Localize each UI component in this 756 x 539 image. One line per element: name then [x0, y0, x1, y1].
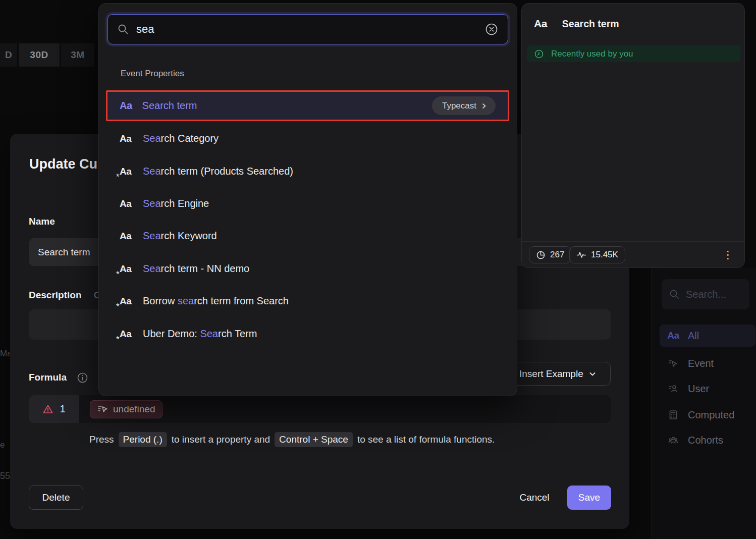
delete-button[interactable]: Delete	[29, 486, 83, 510]
sidebar-item-label: Computed	[688, 409, 734, 421]
chevron-right-icon	[480, 102, 488, 110]
formula-error-count: 1	[60, 403, 65, 415]
recently-used-label: Recently used by you	[551, 49, 633, 59]
result-row[interactable]: Aa* Borrow search term from Search	[106, 289, 509, 313]
event-volume-stat[interactable]: 15.45K	[569, 246, 625, 263]
result-label: Search term - NN demo	[143, 263, 249, 275]
event-icon	[668, 358, 679, 369]
kbd-control-space: Control + Space	[275, 432, 353, 447]
result-label: Search term (Products Searched)	[143, 166, 293, 177]
stat-value: 267	[550, 250, 564, 260]
custom-text-type-icon: Aa	[120, 166, 131, 177]
property-detail-title: Search term	[562, 18, 619, 30]
description-label: Description	[29, 290, 82, 301]
sidebar-search-input[interactable]	[662, 279, 749, 309]
result-row-search-term-highlighted[interactable]: Aa Search term Typecast	[106, 90, 509, 121]
divider	[522, 241, 744, 242]
helper-text: to see a list of formula functions.	[357, 434, 495, 445]
result-row[interactable]: Aa Search Category	[106, 126, 509, 150]
typecast-label: Typecast	[442, 101, 476, 111]
text-type-icon: Aa	[534, 18, 547, 30]
chart-axis-label-partial: e	[0, 440, 5, 450]
helper-text: to insert a property and	[172, 434, 270, 445]
text-type-icon: Aa	[120, 231, 131, 241]
section-header: Event Properties	[121, 69, 184, 79]
custom-text-type-icon: Aa	[120, 263, 131, 274]
result-label: Search Keyword	[143, 230, 217, 242]
app-canvas: D 30D 3M May e 55 Aa All Event User	[0, 0, 756, 539]
search-icon	[117, 23, 129, 35]
result-label: Search Engine	[143, 198, 209, 209]
custom-property-marker: *	[116, 302, 120, 312]
computed-icon	[668, 409, 679, 420]
stat-value: 15.45K	[591, 250, 618, 260]
text-type-icon: Aa	[668, 330, 679, 341]
result-row[interactable]: Aa* Uber Demo: Search Term	[106, 321, 509, 346]
info-icon	[77, 372, 88, 384]
custom-property-marker: *	[116, 172, 120, 182]
user-icon	[668, 383, 679, 394]
result-row[interactable]: Aa Search Engine	[106, 191, 509, 215]
warning-icon	[42, 404, 53, 415]
name-label: Name	[29, 216, 55, 227]
property-search-dropdown: Event Properties Aa Search term Typecast…	[98, 3, 517, 396]
result-label: Search term	[142, 100, 422, 112]
result-row[interactable]: Aa* Search term - NN demo	[106, 256, 509, 281]
formula-label: Formula	[29, 372, 67, 383]
property-search-field[interactable]	[136, 23, 477, 36]
formula-helper-text: Press Period (.) to insert a property an…	[89, 432, 495, 447]
cancel-button[interactable]: Cancel	[511, 486, 558, 510]
formula-error-cell: 1	[29, 395, 79, 423]
recently-used-badge: Recently used by you	[527, 45, 740, 62]
dialog-title: Update Cu	[29, 156, 97, 172]
save-button[interactable]: Save	[567, 486, 611, 510]
sidebar-item-label: User	[688, 383, 709, 395]
distinct-values-stat[interactable]: 267	[529, 246, 571, 263]
sidebar-item-user[interactable]: User	[660, 378, 755, 400]
time-range-button-3m[interactable]: 3M	[61, 43, 94, 67]
custom-text-type-icon: Aa	[120, 329, 131, 339]
sidebar-item-cohorts[interactable]: Cohorts	[660, 429, 755, 451]
custom-text-type-icon: Aa	[120, 296, 131, 306]
property-search-box[interactable]	[107, 14, 508, 44]
result-label: Uber Demo: Search Term	[143, 328, 257, 340]
text-type-icon: Aa	[120, 100, 132, 112]
insert-example-label: Insert Example	[519, 368, 583, 380]
property-detail-panel: Aa Search term Recently used by you 267 …	[521, 3, 745, 268]
result-label: Borrow search term from Search	[143, 295, 289, 307]
text-type-icon: Aa	[120, 198, 131, 209]
sidebar-item-event[interactable]: Event	[660, 352, 755, 374]
custom-property-marker: *	[116, 335, 120, 345]
sidebar-item-computed[interactable]: Computed	[660, 404, 755, 426]
text-type-icon: Aa	[120, 133, 131, 144]
chevron-down-icon	[588, 370, 597, 378]
kbd-period: Period (.)	[119, 432, 167, 447]
pie-chart-icon	[536, 250, 546, 260]
result-row[interactable]: Aa* Search term (Products Searched)	[106, 159, 509, 183]
time-range-button-d[interactable]: D	[0, 43, 17, 67]
typecast-button[interactable]: Typecast	[432, 96, 496, 115]
cohorts-icon	[668, 435, 679, 446]
formula-token-undefined[interactable]: undefined	[90, 400, 163, 418]
result-label: Search Category	[143, 133, 219, 144]
sidebar-item-label: Cohorts	[688, 435, 723, 446]
chart-axis-value: 55	[0, 471, 10, 481]
custom-property-marker: *	[116, 270, 120, 280]
insert-example-button[interactable]: Insert Example	[507, 362, 611, 386]
kebab-menu-icon[interactable]: ⋮	[720, 246, 737, 263]
result-row[interactable]: Aa Search Keyword	[106, 224, 509, 248]
sidebar-item-label: All	[688, 330, 699, 342]
helper-text: Press	[89, 434, 114, 445]
activity-icon	[576, 251, 586, 259]
time-range-button-30d[interactable]: 30D	[19, 43, 60, 67]
formula-editor[interactable]: 1 undefined	[29, 395, 611, 423]
search-icon	[669, 289, 680, 300]
custom-property-icon	[97, 405, 109, 414]
formula-token-label: undefined	[113, 404, 155, 415]
property-type-sidebar: Aa All Event User Computed Cohorts	[651, 268, 756, 539]
sidebar-item-label: Event	[688, 358, 714, 369]
clear-search-icon[interactable]	[484, 22, 499, 36]
sidebar-search-field[interactable]	[686, 289, 736, 300]
sidebar-item-all[interactable]: Aa All	[660, 325, 755, 347]
clock-icon	[534, 49, 544, 59]
